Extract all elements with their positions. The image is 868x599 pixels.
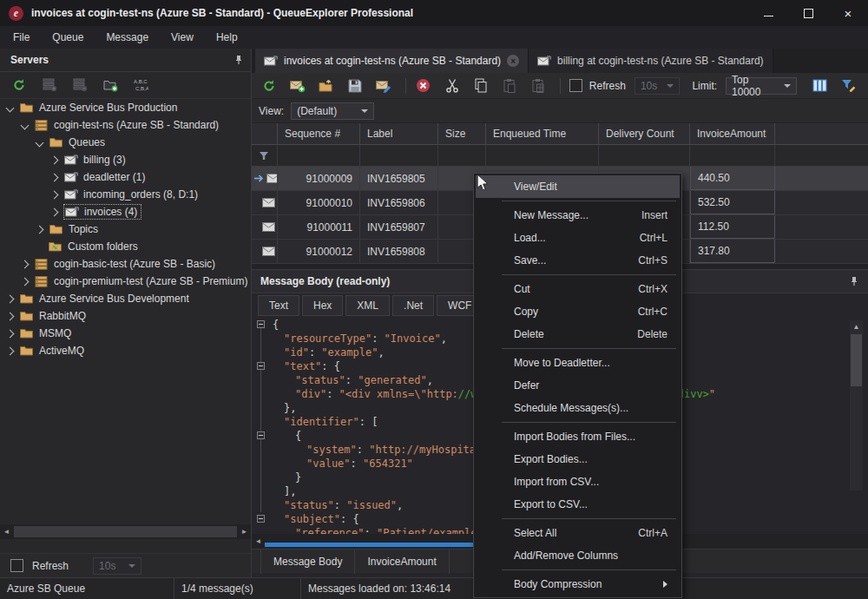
fold-toggle-icon[interactable] (252, 512, 273, 526)
context-menu-item[interactable]: Select AllCtrl+A (476, 522, 680, 544)
auto-refresh-checkbox[interactable] (569, 79, 582, 92)
tree-item[interactable]: cogin-premium-test (Azure SB - Premium) (0, 273, 250, 290)
expand-right-icon[interactable] (6, 346, 15, 355)
menu-file[interactable]: File (2, 28, 41, 47)
grid-header-cell[interactable]: InvoiceAmount (690, 123, 775, 145)
copy-icon[interactable] (472, 77, 490, 95)
columns-icon[interactable] (811, 77, 828, 95)
expand-down-icon[interactable] (36, 138, 44, 147)
context-menu-item[interactable]: Body Compression (476, 573, 680, 596)
new-message-icon[interactable] (289, 77, 306, 95)
filter-icon[interactable] (839, 77, 857, 95)
cut-icon[interactable] (444, 77, 461, 95)
pin-icon[interactable] (849, 276, 859, 286)
tree-item[interactable]: ActiveMQ (0, 342, 250, 359)
tree-refresh-interval-dropdown[interactable]: 10s (93, 557, 141, 575)
tree-item[interactable]: Custom folders (0, 238, 250, 255)
context-menu-item[interactable]: Defer (476, 374, 680, 397)
body-vertical-scrollbar[interactable]: ▲ (850, 320, 863, 490)
save-icon[interactable] (346, 77, 364, 95)
context-menu-item[interactable]: CopyCtrl+C (476, 300, 680, 323)
filter-cell[interactable] (438, 145, 486, 167)
menu-queue[interactable]: Queue (41, 28, 95, 47)
document-tab[interactable]: invoices at cogin-test-ns (Azure SB - St… (255, 49, 529, 73)
tree-refresh-checkbox[interactable] (10, 559, 23, 572)
scroll-left-icon[interactable]: ◄ (252, 535, 265, 548)
expand-down-icon[interactable] (6, 103, 15, 112)
menu-help[interactable]: Help (205, 28, 249, 47)
collapse-box-icon[interactable] (257, 362, 265, 370)
grid-header-cell[interactable]: Delivery Count (599, 123, 690, 145)
maximize-button[interactable] (788, 0, 828, 26)
expand-right-icon[interactable] (50, 207, 59, 216)
context-menu-item[interactable]: View/Edit (476, 175, 680, 198)
grid-header-cell[interactable]: Label (360, 123, 438, 145)
scroll-left-icon[interactable]: ◄ (0, 525, 13, 538)
scrollbar-thumb[interactable] (14, 526, 237, 537)
grid-header-icon-cell[interactable] (252, 123, 278, 145)
collapse-box-icon[interactable] (257, 320, 265, 328)
expand-right-icon[interactable] (50, 173, 59, 181)
context-menu-item[interactable]: Add/Remove Columns (476, 544, 680, 567)
tab-close-icon[interactable]: × (507, 55, 519, 67)
expand-down-icon[interactable] (21, 121, 30, 129)
expand-right-icon[interactable] (6, 329, 15, 338)
grid-header-cell[interactable]: Enqueued Time (486, 123, 599, 145)
tree-item[interactable]: cogin-test-ns (Azure SB - Standard) (0, 116, 250, 134)
collapse-box-icon[interactable] (257, 431, 265, 439)
filter-cell[interactable] (690, 145, 775, 167)
fold-toggle-icon[interactable] (252, 359, 273, 373)
minimize-button[interactable] (748, 0, 788, 26)
format-tab-xml[interactable]: XML (345, 295, 390, 316)
scrollbar-thumb[interactable] (851, 334, 862, 386)
filter-cell[interactable] (278, 145, 360, 167)
expand-right-icon[interactable] (50, 155, 59, 164)
menu-message[interactable]: Message (95, 28, 160, 47)
tree-item[interactable]: billing (3) (0, 151, 250, 168)
tree-item[interactable]: MSMQ (0, 325, 250, 342)
context-menu-item[interactable]: Import Bodies from Files... (476, 425, 680, 448)
tree-item[interactable]: RabbitMQ (0, 307, 250, 325)
delete-icon[interactable] (415, 77, 432, 95)
tree-horizontal-scrollbar[interactable]: ◄ ► (0, 524, 251, 539)
expand-right-icon[interactable] (6, 312, 15, 320)
open-icon[interactable] (318, 77, 335, 95)
context-menu-item[interactable]: Load...Ctrl+L (476, 227, 680, 249)
format-tab-text[interactable]: Text (258, 295, 299, 316)
edit-message-icon[interactable] (375, 77, 392, 95)
expand-right-icon[interactable] (36, 225, 44, 234)
bottom-tab[interactable]: Message Body (260, 550, 355, 574)
expand-right-icon[interactable] (50, 190, 59, 199)
tree-item[interactable]: Azure Service Bus Development (0, 290, 250, 307)
scroll-right-icon[interactable]: ► (238, 525, 251, 538)
tree-item[interactable]: Queues (0, 134, 250, 151)
pin-icon[interactable] (233, 55, 244, 65)
scrollbar-thumb[interactable] (265, 543, 486, 547)
tree-item[interactable]: invoices (4) (0, 203, 250, 221)
filter-cell[interactable] (486, 145, 599, 167)
tree-item[interactable]: cogin-basic-test (Azure SB - Basic) (0, 255, 250, 273)
fold-toggle-icon[interactable] (252, 318, 273, 332)
context-menu-item[interactable]: Schedule Messages(s)... (476, 397, 680, 419)
tree-item[interactable]: deadletter (1) (0, 168, 250, 186)
collapse-box-icon[interactable] (257, 515, 265, 523)
context-menu-item[interactable]: Export Bodies... (476, 448, 680, 471)
tree-item[interactable]: incoming_orders (8, D:1) (0, 186, 250, 203)
context-menu-item[interactable]: Export to CSV... (476, 493, 680, 516)
new-folder-icon[interactable] (102, 76, 119, 94)
context-menu-item[interactable]: Import from CSV... (476, 471, 680, 493)
grid-header-cell[interactable]: Size (438, 123, 486, 145)
view-dropdown[interactable]: (Default) (291, 102, 374, 120)
filter-cell[interactable] (360, 145, 438, 167)
filter-funnel-cell[interactable] (252, 145, 278, 167)
grid-header-cell[interactable]: Sequence # (278, 123, 360, 145)
fold-toggle-icon[interactable] (252, 429, 273, 443)
context-menu-item[interactable]: Save...Ctrl+S (476, 249, 680, 272)
expand-right-icon[interactable] (21, 277, 30, 286)
bottom-tab[interactable]: InvoiceAmount (355, 550, 449, 574)
context-menu-item[interactable]: New Message...Insert (476, 204, 680, 227)
filter-cell[interactable] (599, 145, 690, 167)
format-tab-hex[interactable]: Hex (302, 295, 343, 316)
limit-dropdown[interactable]: Top 10000 (726, 77, 797, 95)
menu-view[interactable]: View (160, 28, 205, 47)
